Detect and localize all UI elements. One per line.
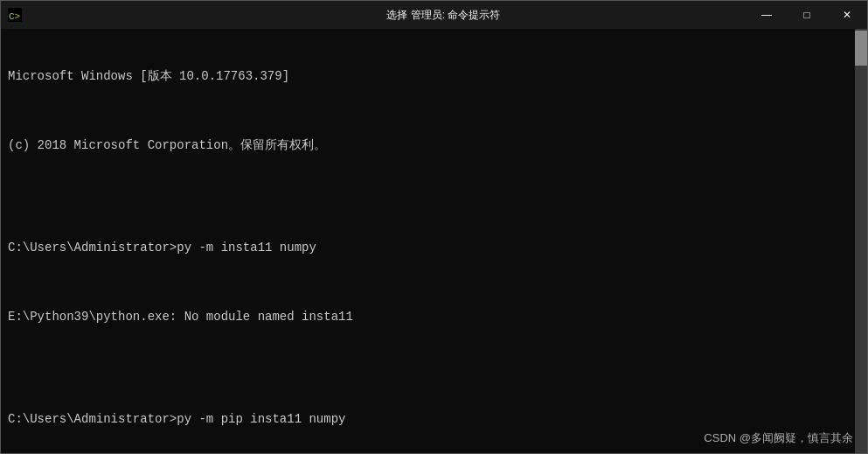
- console-output: Microsoft Windows [版本 10.0.17763.379] (c…: [8, 34, 860, 453]
- console-area[interactable]: Microsoft Windows [版本 10.0.17763.379] (c…: [1, 29, 867, 453]
- console-line-5: E:\Python39\python.exe: No module named …: [8, 309, 860, 326]
- console-line-2: (c) 2018 Microsoft Corporation。保留所有权利。: [8, 137, 860, 155]
- console-line-7: C:\Users\Administrator>py -m pip insta11…: [8, 411, 860, 429]
- cmd-window: C> 选择 管理员: 命令提示符 — □ ✕ Microsoft Windows…: [0, 0, 868, 454]
- window-controls: — □ ✕: [746, 1, 867, 29]
- cmd-icon: C>: [8, 8, 22, 22]
- close-button[interactable]: ✕: [827, 1, 867, 29]
- scrollbar-thumb[interactable]: [855, 31, 867, 66]
- scrollbar[interactable]: [855, 29, 867, 453]
- title-bar-text: 选择 管理员: 命令提示符: [27, 8, 860, 23]
- console-line-4: C:\Users\Administrator>py -m insta11 num…: [8, 240, 860, 257]
- console-line-1: Microsoft Windows [版本 10.0.17763.379]: [8, 68, 860, 86]
- svg-text:C>: C>: [9, 11, 20, 22]
- watermark: CSDN @多闻阙疑，慎言其余: [704, 430, 853, 446]
- maximize-button[interactable]: □: [787, 1, 827, 29]
- minimize-button[interactable]: —: [746, 1, 787, 29]
- title-bar: C> 选择 管理员: 命令提示符 — □ ✕: [1, 1, 867, 29]
